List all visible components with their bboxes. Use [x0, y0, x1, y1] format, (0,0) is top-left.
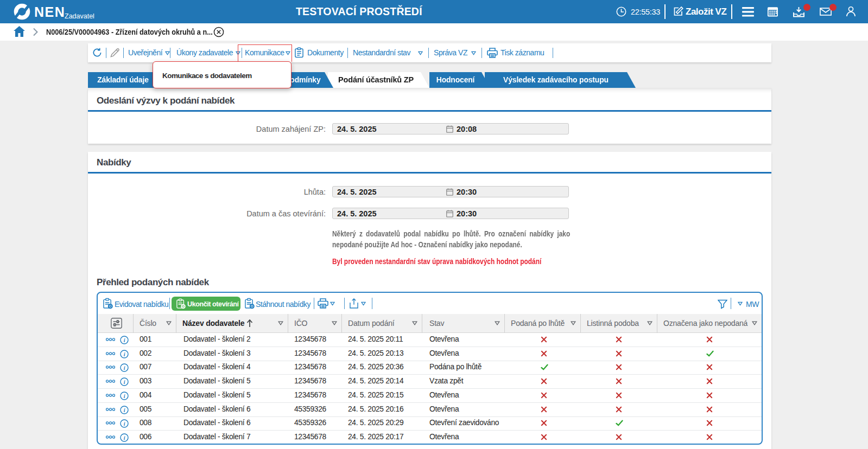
svg-text:i: i: [124, 435, 125, 441]
svg-text:i: i: [124, 407, 125, 413]
svg-text:i: i: [124, 351, 125, 357]
svg-text:i: i: [124, 421, 125, 427]
svg-text:i: i: [124, 365, 125, 371]
svg-text:i: i: [124, 337, 125, 343]
svg-text:i: i: [124, 393, 125, 399]
svg-text:i: i: [124, 379, 125, 385]
